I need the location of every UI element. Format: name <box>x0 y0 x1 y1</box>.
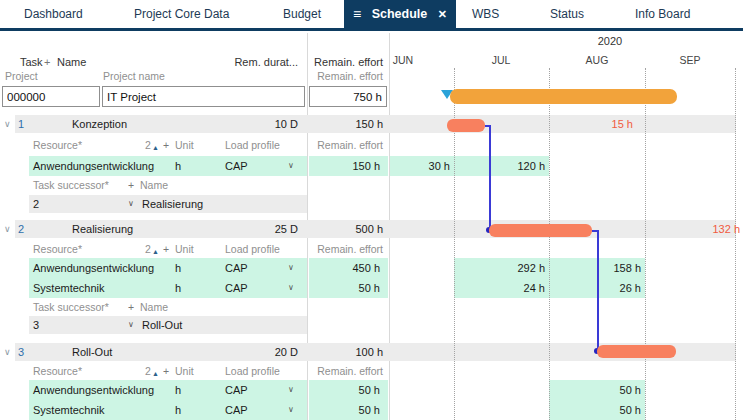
resource-load-profile-header: Load profile <box>225 138 280 153</box>
task-bar-konzeption[interactable] <box>447 119 485 132</box>
resource-unit[interactable]: h <box>175 156 181 176</box>
task-id[interactable]: 2 <box>18 220 24 238</box>
resource-name[interactable]: Anwendungsentwicklung <box>33 258 154 278</box>
resource-unit-header: Unit <box>175 364 194 379</box>
expand-task-icon[interactable]: ∨ <box>4 115 11 133</box>
project-effort-label: Remain. effort <box>317 70 383 83</box>
overload-label: 132 h <box>712 220 740 238</box>
sort-asc-icon[interactable]: ▲ <box>152 244 159 259</box>
add-resource-button[interactable]: + <box>163 138 169 153</box>
schedule-window: Dashboard Project Core Data Budget ≡ Sch… <box>0 0 743 420</box>
task-effort[interactable]: 150 h <box>355 115 383 133</box>
task-bar-rollout[interactable] <box>597 345 676 358</box>
task-id[interactable]: 3 <box>18 343 24 361</box>
project-id-label: Project <box>5 70 38 83</box>
gantt-year-label: 2020 <box>585 35 635 47</box>
resource-load-profile[interactable]: CAP <box>225 156 248 176</box>
dropdown-icon[interactable]: ∨ <box>288 400 294 420</box>
task-duration[interactable]: 10 D <box>275 115 298 133</box>
task-id[interactable]: 1 <box>18 115 24 133</box>
tab-budget[interactable]: Budget <box>283 0 321 28</box>
project-summary-bar[interactable] <box>450 89 677 104</box>
task-name[interactable]: Roll-Out <box>72 343 112 361</box>
expand-task-icon[interactable]: ∨ <box>4 220 11 238</box>
successor-id[interactable]: 2 <box>33 195 39 213</box>
overload-label: 15 h <box>612 115 633 133</box>
resource-load-profile[interactable]: CAP <box>225 380 248 400</box>
col-header-task[interactable]: Task <box>20 55 43 69</box>
gantt-month-aug: AUG <box>577 53 617 67</box>
resource-effort[interactable]: 50 h <box>359 278 380 298</box>
task-bar-realisierung[interactable] <box>489 224 592 237</box>
expand-task-icon[interactable]: ∨ <box>4 343 11 361</box>
resource-unit-header: Unit <box>175 242 194 257</box>
tab-project-core-data[interactable]: Project Core Data <box>134 0 229 28</box>
project-name-label: Project name <box>103 70 165 83</box>
resource-unit[interactable]: h <box>175 400 181 420</box>
tab-schedule-label: Schedule <box>372 7 428 21</box>
resource-count: 2 <box>145 242 151 257</box>
resource-name[interactable]: Systemtechnik <box>33 400 105 420</box>
project-name-input[interactable] <box>102 86 305 107</box>
task-effort[interactable]: 100 h <box>355 343 383 361</box>
add-resource-button[interactable]: + <box>163 242 169 257</box>
resource-effort[interactable]: 150 h <box>352 156 380 176</box>
close-icon[interactable]: ✕ <box>438 8 447 21</box>
successor-name[interactable]: Realisierung <box>142 195 203 213</box>
resource-name[interactable]: Anwendungsentwicklung <box>33 156 154 176</box>
sort-asc-icon[interactable]: ▲ <box>152 140 159 155</box>
add-successor-button[interactable]: + <box>128 178 134 193</box>
add-resource-button[interactable]: + <box>163 364 169 379</box>
dropdown-icon[interactable]: ∨ <box>128 316 134 334</box>
dropdown-icon[interactable]: ∨ <box>288 258 294 278</box>
col-header-rem-duration[interactable]: Rem. durat... <box>234 55 298 69</box>
resource-effort-header: Remain. effort <box>317 364 383 379</box>
successor-id[interactable]: 3 <box>33 316 39 334</box>
menu-icon[interactable]: ≡ <box>353 6 361 22</box>
resource-name[interactable]: Anwendungsentwicklung <box>33 380 154 400</box>
successor-name[interactable]: Roll-Out <box>142 316 182 334</box>
task-duration[interactable]: 20 D <box>275 343 298 361</box>
resource-load-profile[interactable]: CAP <box>225 278 248 298</box>
dropdown-icon[interactable]: ∨ <box>288 380 294 400</box>
monthly-effort: 24 h <box>524 278 545 298</box>
resource-load-profile[interactable]: CAP <box>225 400 248 420</box>
gantt-month-jun: JUN <box>383 53 423 67</box>
tab-wbs[interactable]: WBS <box>472 0 499 28</box>
resource-effort[interactable]: 450 h <box>352 258 380 278</box>
resource-unit[interactable]: h <box>175 278 181 298</box>
project-effort-input[interactable] <box>309 86 387 107</box>
col-header-remain-effort[interactable]: Remain. effort <box>314 55 383 69</box>
dependency-link <box>597 230 599 351</box>
tab-dashboard[interactable]: Dashboard <box>24 0 83 28</box>
successor-name-header: Name <box>140 178 168 193</box>
task-effort[interactable]: 500 h <box>355 220 383 238</box>
add-task-button[interactable]: + <box>44 55 50 69</box>
task-name[interactable]: Konzeption <box>72 115 127 133</box>
col-header-name[interactable]: Name <box>57 55 86 69</box>
resource-unit[interactable]: h <box>175 380 181 400</box>
resource-effort[interactable]: 50 h <box>359 380 380 400</box>
dropdown-icon[interactable]: ∨ <box>288 156 294 176</box>
tab-schedule[interactable]: ≡ Schedule ✕ <box>344 0 456 28</box>
resource-load-profile-header: Load profile <box>225 242 280 257</box>
project-id-input[interactable] <box>2 86 100 107</box>
resource-unit-header: Unit <box>175 138 194 153</box>
resource-effort[interactable]: 50 h <box>359 400 380 420</box>
add-successor-button[interactable]: + <box>128 300 134 315</box>
tab-info-board[interactable]: Info Board <box>635 0 690 28</box>
resource-header-label: Resource* <box>33 364 82 379</box>
tab-status[interactable]: Status <box>550 0 584 28</box>
resource-load-profile[interactable]: CAP <box>225 258 248 278</box>
dropdown-icon[interactable]: ∨ <box>288 278 294 298</box>
resource-load-profile-header: Load profile <box>225 364 280 379</box>
resource-unit[interactable]: h <box>175 258 181 278</box>
resource-name[interactable]: Systemtechnik <box>33 278 105 298</box>
resource-count: 2 <box>145 138 151 153</box>
task-name[interactable]: Realisierung <box>72 220 133 238</box>
task-duration[interactable]: 25 D <box>275 220 298 238</box>
monthly-effort: 26 h <box>620 278 641 298</box>
sort-asc-icon[interactable]: ▲ <box>152 366 159 381</box>
dropdown-icon[interactable]: ∨ <box>128 195 134 213</box>
month-gridline <box>549 68 550 420</box>
